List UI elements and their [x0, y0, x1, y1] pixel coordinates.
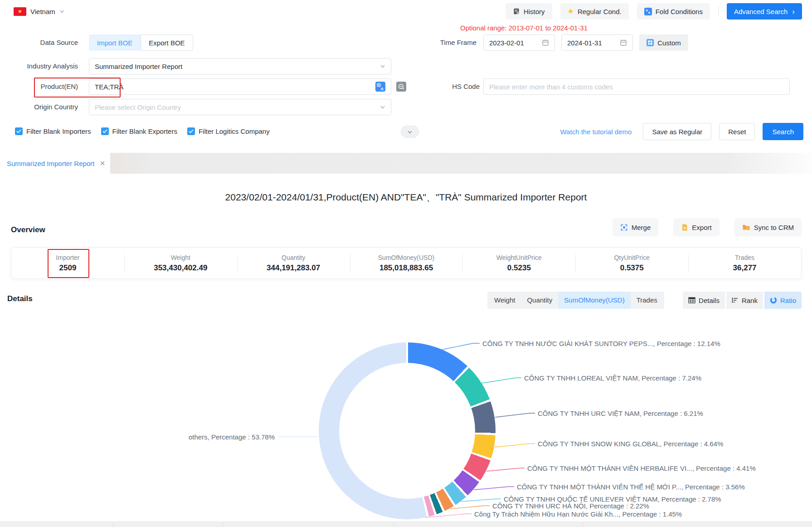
match-mode-button[interactable]: [395, 81, 407, 93]
chart-label: CÔNG TY TNHH URC HÀ NỘI, Percentage : 2.…: [492, 502, 649, 510]
donut-icon: [770, 297, 777, 304]
date-end-input[interactable]: 2024-01-31: [561, 34, 633, 51]
merge-button[interactable]: Merge: [613, 218, 659, 236]
stat-value: 0.5235: [507, 264, 531, 273]
chart-label: others, Percentage : 53.78%: [189, 433, 275, 441]
fold-icon: [644, 8, 652, 15]
chart-label: Công Ty Trách Nhiệm Hữu Hạn Nước Giải Kh…: [474, 510, 682, 518]
product-en-input[interactable]: TEA;TRÀ A: [89, 78, 391, 95]
merge-icon: [620, 224, 628, 231]
checkbox-filter-blank-importers[interactable]: Filter Blank Importers: [15, 127, 91, 135]
optional-range-text: Optional range: 2013-07-01 to 2024-01-31: [460, 24, 588, 32]
search-button[interactable]: Search: [763, 123, 803, 140]
reset-button[interactable]: Reset: [719, 123, 755, 140]
save-as-regular-button[interactable]: Save as Regular: [643, 123, 711, 140]
stat-value: 2509: [59, 264, 77, 273]
calendar-icon: [620, 39, 627, 46]
checkbox-label: Filter Blank Exporters: [112, 127, 177, 135]
industry-analysis-value: Summarized Importer Report: [95, 63, 182, 70]
chart-label: CÔNG TY TNHH MỘT THÀNH VIÊN HERBALIFE VI…: [527, 464, 756, 472]
history-label: History: [524, 8, 545, 15]
hs-code-placeholder: Please enter more than 4 customs codes: [489, 83, 613, 91]
origin-country-select[interactable]: Please select Origin Country: [89, 99, 391, 115]
view-tabs: Details Rank Ratio: [683, 292, 802, 309]
leader-line: [474, 487, 514, 490]
form-actions: Watch the tutorial demo Save as Regular …: [560, 123, 803, 140]
stat-value: 0.5375: [620, 264, 644, 273]
chart-label: CÔNG TY TNHH NƯỚC GIẢI KHÁT SUNTORY PEPS…: [482, 340, 720, 347]
chart-label: CÔNG TY TNHH LOREAL VIỆT NAM, Percentage…: [524, 374, 701, 382]
app: ★ Vietnam History ★ Regular Cond. Fold C…: [0, 0, 812, 527]
data-source-label: Data Source: [5, 34, 78, 51]
industry-analysis-select[interactable]: Summarized Importer Report: [89, 58, 391, 74]
advanced-search-button[interactable]: Advanced Search ›: [727, 3, 802, 20]
stat-label: Weight: [171, 254, 190, 261]
sync-to-crm-button[interactable]: Sync to CRM: [734, 218, 802, 236]
checkbox-label: Filter Logitics Company: [199, 127, 270, 135]
fold-conditions-label: Fold Conditions: [656, 8, 703, 15]
export-label: Export: [692, 224, 711, 231]
regular-cond-button[interactable]: ★ Regular Cond.: [560, 3, 629, 20]
table-icon: [688, 297, 695, 303]
stat-label: Importer: [56, 254, 79, 261]
metric-tab-trades[interactable]: Trades: [631, 292, 663, 309]
translate-icon[interactable]: A: [375, 82, 385, 92]
view-tab-label: Ratio: [780, 297, 796, 304]
filter-checkboxes: Filter Blank Importers Filter Blank Expo…: [15, 127, 270, 135]
custom-label: Custom: [657, 39, 681, 47]
watch-tutorial-link[interactable]: Watch the tutorial demo: [560, 128, 632, 136]
stat-label: SumOfMoney(USD): [378, 254, 434, 261]
stat-value: 36,277: [733, 264, 757, 273]
stat-quantity: Quantity 344,191,283.07: [237, 248, 350, 278]
stat-label: Quantity: [282, 254, 305, 261]
stat-sum-of-money: SumOfMoney(USD) 185,018,883.65: [350, 248, 463, 278]
checkbox-checked-icon: [101, 127, 109, 135]
checkbox-filter-blank-exporters[interactable]: Filter Blank Exporters: [101, 127, 177, 135]
donut-chart[interactable]: [319, 342, 496, 519]
topbar-actions: History ★ Regular Cond. Fold Conditions …: [506, 3, 802, 20]
expand-conditions-button[interactable]: [401, 126, 419, 138]
chart-label: CÔNG TY TNHH MỘT THÀNH VIÊN THẾ HỆ MỚI P…: [517, 483, 745, 491]
leader-line: [440, 343, 480, 350]
sync-to-crm-label: Sync to CRM: [754, 224, 794, 231]
metric-tab-sum-of-money[interactable]: SumOfMoney(USD): [558, 292, 630, 309]
tab-summarized-importer-report[interactable]: Summarized Importer Report: [0, 153, 110, 174]
stat-value: 353,430,402.49: [154, 264, 207, 273]
advanced-search-label: Advanced Search: [734, 8, 788, 15]
chevron-down-icon: [380, 63, 385, 69]
leader-line: [461, 499, 501, 502]
merge-label: Merge: [632, 224, 651, 231]
fold-conditions-button[interactable]: Fold Conditions: [637, 3, 710, 20]
metric-tab-quantity[interactable]: Quantity: [521, 292, 558, 309]
view-tab-rank[interactable]: Rank: [726, 292, 763, 309]
export-boe-tab[interactable]: Export BOE: [141, 34, 193, 51]
hs-code-label: HS Code: [407, 78, 480, 95]
leader-line: [486, 468, 525, 471]
data-source-toggle: Import BOE Export BOE: [89, 34, 193, 51]
close-icon[interactable]: [100, 161, 105, 166]
details-heading: Details: [7, 294, 33, 303]
report-title: 2023/02/01-2024/01/31,Product(EN) AND"TE…: [0, 191, 812, 204]
tabbar-background: [110, 153, 812, 174]
export-button[interactable]: Export: [673, 218, 719, 236]
date-start-input[interactable]: 2023-02-01: [483, 34, 555, 51]
country-selector[interactable]: ★ Vietnam: [14, 0, 65, 23]
stat-value: 185,018,883.65: [379, 264, 433, 273]
checkbox-filter-logistics-company[interactable]: Filter Logitics Company: [187, 127, 270, 135]
sync-crm-icon: [742, 224, 750, 231]
search-mode-icon: [396, 82, 406, 92]
import-boe-tab[interactable]: Import BOE: [89, 34, 141, 51]
chart-label: CÔNG TY TNHH SNOW KING GLOBAL, Percentag…: [538, 440, 723, 448]
calendar-icon: [542, 39, 549, 46]
history-icon: [513, 8, 520, 15]
leader-line: [495, 444, 535, 447]
stat-label: QtyUnitPrice: [614, 254, 650, 261]
metric-tab-weight[interactable]: Weight: [488, 292, 521, 309]
view-tab-details[interactable]: Details: [683, 292, 725, 309]
view-tab-ratio[interactable]: Ratio: [764, 292, 802, 309]
history-button[interactable]: History: [506, 3, 552, 20]
hs-code-input[interactable]: Please enter more than 4 customs codes: [483, 78, 790, 95]
chart-label: CÔNG TY TNHH URC VIỆT NAM, Percentage : …: [538, 410, 703, 417]
view-tab-label: Details: [699, 297, 720, 304]
custom-range-button[interactable]: Custom: [639, 34, 688, 51]
